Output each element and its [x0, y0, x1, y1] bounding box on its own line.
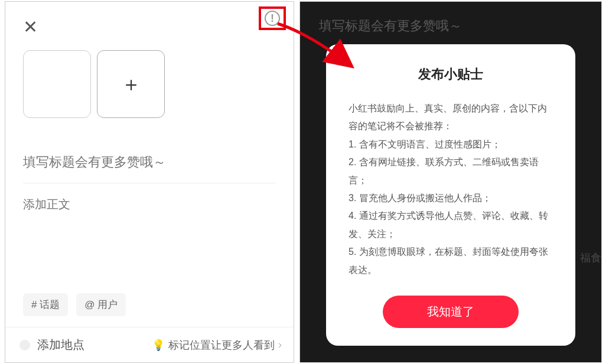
location-hint-text: 标记位置让更多人看到: [168, 338, 275, 352]
lightbulb-icon: 💡: [152, 339, 165, 352]
chevron-right-icon: ›: [278, 339, 282, 351]
location-hint[interactable]: 💡 标记位置让更多人看到 ›: [152, 338, 282, 352]
modal-body: 小红书鼓励向上、真实、原创的内容，含以下内容的笔记将不会被推荐： 1. 含有不文…: [349, 100, 553, 279]
compose-panel: ✕ ! ＋ # 话题 @ 用户 添加地点 💡 标记位置让更多人看到 ›: [5, 1, 294, 363]
confirm-button[interactable]: 我知道了: [383, 296, 519, 328]
content-input[interactable]: [23, 196, 276, 210]
image-thumbnail[interactable]: [23, 50, 91, 118]
modal-title: 发布小贴士: [349, 65, 553, 83]
modal-rule: 4. 通过有奖方式诱导他人点赞、评论、收藏、转发、关注；: [349, 207, 553, 243]
modal-rule: 3. 冒充他人身份或搬运他人作品；: [349, 189, 553, 207]
image-upload-row: ＋: [5, 36, 294, 118]
location-label: 添加地点: [37, 337, 84, 353]
modal-rule: 1. 含有不文明语言、过度性感图片；: [349, 136, 553, 153]
add-location-button[interactable]: 添加地点: [19, 337, 84, 353]
modal-intro: 小红书鼓励向上、真实、原创的内容，含以下内容的笔记将不会被推荐：: [349, 100, 553, 136]
plus-icon: ＋: [121, 71, 141, 98]
tips-panel: 填写标题会有更多赞哦～ 发布小贴士 小红书鼓励向上、真实、原创的内容，含以下内容…: [299, 1, 602, 363]
modal-rule: 2. 含有网址链接、联系方式、二维码或售卖语言；: [349, 153, 553, 189]
bg-title-text: 填写标题会有更多赞哦～: [300, 2, 601, 35]
bg-side-text: 福食: [580, 251, 601, 265]
top-bar: ✕ !: [5, 2, 294, 36]
close-icon[interactable]: ✕: [23, 18, 38, 36]
tag-chip-row: # 话题 @ 用户: [23, 293, 126, 316]
mention-chip[interactable]: @ 用户: [76, 293, 126, 316]
info-icon[interactable]: !: [265, 11, 280, 26]
divider: [23, 183, 276, 183]
topic-chip[interactable]: # 话题: [23, 293, 68, 316]
add-image-button[interactable]: ＋: [97, 50, 165, 118]
tips-icon-highlight: !: [259, 6, 286, 30]
location-icon: [19, 340, 30, 350]
title-input[interactable]: [23, 155, 276, 170]
modal-rule: 5. 为刻意博取眼球，在标题、封面等处使用夸张表达。: [349, 243, 553, 279]
tips-modal: 发布小贴士 小红书鼓励向上、真实、原创的内容，含以下内容的笔记将不会被推荐： 1…: [326, 44, 575, 346]
location-row: 添加地点 💡 标记位置让更多人看到 ›: [5, 327, 294, 362]
